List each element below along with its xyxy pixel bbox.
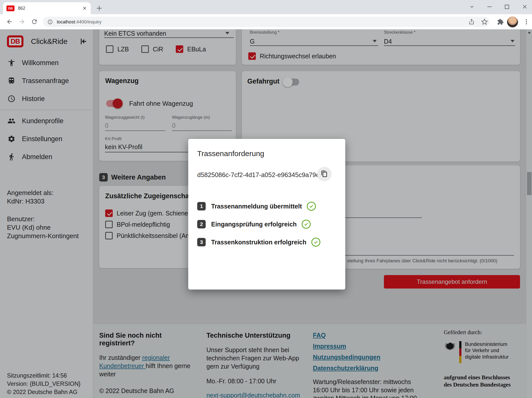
step-label: Trassenkonstruktion erfolgreich [211, 239, 306, 246]
step-row: 1 Trassenanmeldung übermittelt [197, 201, 336, 211]
window-close-icon[interactable] [521, 2, 529, 11]
back-icon[interactable] [6, 18, 13, 25]
step-number-badge: 1 [197, 202, 206, 210]
window-chevron-icon[interactable] [468, 2, 476, 11]
browser-tab[interactable]: DB 862 [3, 2, 91, 14]
app-viewport: DB Click&Ride Willkommen Trassen [0, 29, 532, 398]
copy-button[interactable] [317, 167, 332, 181]
window-maximize-icon[interactable] [503, 2, 511, 11]
step-label: Eingangsprüfung erfolgreich [211, 221, 297, 228]
success-check-icon [302, 220, 311, 229]
status-steps: 1 Trassenanmeldung übermittelt 2 Eingang… [197, 201, 336, 255]
browser-window: DB 862 localhost:4400/inquiry [0, 0, 532, 398]
url-text: localhost:4400/inquiry [57, 19, 101, 25]
step-row: 3 Trassenkonstruktion erfolgreich [197, 237, 336, 247]
window-minimize-icon[interactable] [485, 2, 494, 11]
step-row: 2 Eingangsprüfung erfolgreich [197, 219, 336, 229]
tab-close-icon[interactable] [82, 6, 87, 11]
step-label: Trassenanmeldung übermittelt [211, 203, 302, 210]
success-check-icon [311, 238, 320, 247]
trassenanforderung-dialog: Trassenanforderung d5825086c-7cf2-4d17-a… [188, 139, 345, 290]
dialog-title: Trassenanforderung [197, 149, 264, 158]
extensions-icon[interactable] [497, 18, 504, 25]
tab-title: 862 [18, 6, 82, 11]
reload-icon[interactable] [31, 18, 38, 25]
share-icon[interactable] [468, 18, 475, 25]
step-number-badge: 3 [197, 238, 206, 246]
step-number-badge: 2 [197, 220, 206, 228]
tab-strip: DB 862 [0, 0, 532, 14]
request-id: d5825086c-7cf2-4d17-a052-e96345c9a79e [197, 171, 320, 179]
bookmark-star-icon[interactable] [481, 18, 488, 25]
browser-menu-icon[interactable] [523, 18, 530, 25]
browser-toolbar: localhost:4400/inquiry [0, 14, 532, 29]
success-check-icon [307, 202, 316, 211]
db-favicon: DB [6, 5, 14, 11]
site-info-icon[interactable] [47, 19, 53, 25]
copy-icon [321, 170, 328, 178]
url-bar[interactable]: localhost:4400/inquiry [43, 17, 490, 27]
forward-icon[interactable] [18, 18, 25, 25]
new-tab-button[interactable] [96, 5, 103, 12]
profile-avatar[interactable] [507, 16, 518, 27]
